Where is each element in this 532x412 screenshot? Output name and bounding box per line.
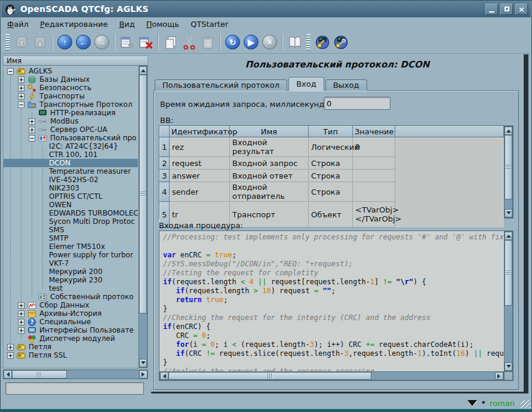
tree-item-архивы-история[interactable]: +Архивы-История xyxy=(4,309,138,318)
table-cell[interactable]: answer xyxy=(170,170,230,182)
table-cell[interactable]: Входной результат xyxy=(230,137,309,157)
scroll-up-arrow[interactable] xyxy=(505,127,512,135)
minimize-button[interactable] xyxy=(485,4,498,15)
toolbar-handle[interactable] xyxy=(306,34,310,51)
expand-expander-icon[interactable]: + xyxy=(18,85,24,91)
tree-item-транспортные-протокол[interactable]: −Транспортные Протокол xyxy=(4,100,138,109)
notification-triangle-icon[interactable] xyxy=(468,400,477,406)
manual-button[interactable] xyxy=(285,33,304,51)
expand-expander-icon[interactable]: + xyxy=(7,344,14,350)
scroll-thumb[interactable] xyxy=(168,372,371,380)
menu-помощь[interactable]: Помощь xyxy=(146,20,179,29)
tree-item-edwards-turbomolec[interactable]: EDWARDS TURBOMOLEC xyxy=(4,209,138,217)
scroll-right-arrow[interactable] xyxy=(495,372,503,380)
tree-item-i2c-at24c{32|64}[interactable]: I2C: AT24C{32|64} xyxy=(4,142,138,150)
table-cell[interactable]: Входной запрос xyxy=(230,157,309,170)
maximize-button[interactable] xyxy=(500,4,513,15)
copy-item-button[interactable] xyxy=(161,33,180,51)
expand-expander-icon[interactable]: + xyxy=(18,310,24,317)
start-updating-button[interactable]: ▶ xyxy=(242,33,260,51)
tree-item-vkt-7[interactable]: VKT-7 xyxy=(4,259,138,268)
editor-horizontal-scrollbar[interactable] xyxy=(159,371,504,380)
tree-item-специальные[interactable]: +?Специальные xyxy=(4,318,138,326)
code-area[interactable]: //Processing: test implements only proce… xyxy=(159,231,504,371)
scroll-right-arrow[interactable] xyxy=(139,370,147,379)
qtvision-starter-button[interactable] xyxy=(331,33,350,51)
table-cell[interactable]: Объект xyxy=(309,202,353,227)
tree-item-диспетчер-модулей[interactable]: Диспетчер модулей xyxy=(4,334,138,343)
scroll-thumb[interactable] xyxy=(505,240,512,306)
tree-item-меркурий-200[interactable]: Меркурий 200 xyxy=(4,268,138,276)
tree-item-петля[interactable]: +Петля xyxy=(4,343,138,351)
scroll-down-arrow[interactable] xyxy=(139,359,147,367)
refresh-button[interactable]: ↻ xyxy=(223,33,242,51)
row-number[interactable]: 1 xyxy=(160,137,170,157)
tree-item-петля-ssl[interactable]: +Петля SSL xyxy=(4,351,138,359)
expand-expander-icon[interactable]: + xyxy=(18,302,24,309)
tree-item-сбор-данных[interactable]: +Сбор Данных xyxy=(4,301,138,309)
expand-expander-icon[interactable]: + xyxy=(18,319,24,325)
tree-item-sycon-multi-drop-protoc[interactable]: Sycon Multi Drop Protoc xyxy=(4,217,138,226)
tree-item-ive-452hs-02[interactable]: IVE-452HS-02 xyxy=(4,176,138,184)
table-cell[interactable] xyxy=(353,157,395,170)
tree-item-optris-ct-ctl[interactable]: OPTRIS CT/CTL xyxy=(4,192,138,201)
go-up-button[interactable]: ↑ xyxy=(56,33,74,51)
tree-item-собственный-протоко[interactable]: Собственный протоко xyxy=(4,293,138,301)
table-cell[interactable] xyxy=(353,170,395,182)
expand-expander-icon[interactable]: + xyxy=(29,118,35,125)
paste-item-button[interactable] xyxy=(198,33,217,51)
table-cell[interactable]: Входной ответ xyxy=(230,170,309,182)
scroll-up-arrow[interactable] xyxy=(505,232,512,240)
scroll-left-arrow[interactable] xyxy=(160,372,168,380)
scroll-thumb[interactable] xyxy=(505,135,512,199)
tree-item-dcon[interactable]: DCON xyxy=(4,159,138,167)
scroll-thumb[interactable] xyxy=(139,75,147,313)
tab-выход[interactable]: Выход xyxy=(325,79,367,91)
tree-item-smtp[interactable]: SMTP xyxy=(4,234,138,242)
tree-item-aglks[interactable]: −AGLKS xyxy=(4,67,138,75)
navigation-tree[interactable]: −AGLKS+Базы Данных+Безопасность+Транспор… xyxy=(3,66,148,368)
tab-пользовательский-протокол[interactable]: Пользовательский протокол xyxy=(155,79,287,91)
editor-vertical-scrollbar[interactable] xyxy=(504,231,513,371)
table-cell[interactable]: rez xyxy=(170,137,230,157)
scroll-down-arrow[interactable] xyxy=(505,362,512,371)
scroll-left-arrow[interactable] xyxy=(4,370,12,379)
tree-horizontal-scrollbar[interactable] xyxy=(3,370,148,379)
toolbar-handle[interactable] xyxy=(5,34,10,51)
tree-item-modbus[interactable]: +ModBus xyxy=(4,117,138,125)
menu-редактирование[interactable]: Редактирование xyxy=(40,20,107,29)
scroll-track[interactable] xyxy=(505,199,512,209)
qtcfg-starter-button[interactable] xyxy=(313,33,331,51)
collapse-expander-icon[interactable]: − xyxy=(18,102,24,108)
table-cell[interactable]: Строка xyxy=(309,182,353,202)
row-number[interactable]: 2 xyxy=(160,157,170,170)
expand-expander-icon[interactable]: + xyxy=(7,352,14,359)
scroll-track[interactable] xyxy=(505,306,512,362)
tab-вход[interactable]: Вход xyxy=(288,77,324,91)
menu-qtstarter[interactable]: QTStarter xyxy=(190,20,228,29)
table-cell[interactable]: request xyxy=(170,157,230,170)
collapse-expander-icon[interactable]: − xyxy=(7,68,14,75)
scroll-track[interactable] xyxy=(67,370,139,379)
table-vertical-scrollbar[interactable] xyxy=(504,126,513,218)
procedure-code-editor[interactable]: //Processing: test implements only proce… xyxy=(159,230,513,381)
go-back-button[interactable]: ← xyxy=(74,33,93,51)
table-cell[interactable]: <TVarObj> </TVarObj> xyxy=(353,202,395,227)
table-header-тип[interactable]: Тип xyxy=(309,127,353,137)
close-button[interactable]: × xyxy=(515,4,528,15)
titlebar[interactable]: OpenSCADA QTCfg: AGLKS × xyxy=(1,1,531,17)
wait-time-input[interactable] xyxy=(324,97,390,110)
tree-item-owen[interactable]: OWEN xyxy=(4,201,138,209)
table-cell[interactable]: sender xyxy=(170,182,230,202)
add-item-button[interactable] xyxy=(118,33,136,51)
table-cell[interactable]: Строка xyxy=(309,157,353,170)
scroll-track[interactable] xyxy=(371,372,495,380)
menu-файл[interactable]: Файл xyxy=(7,20,29,29)
tree-item-меркурий-230[interactable]: Меркурий 230 xyxy=(4,276,138,284)
stop-updating-button[interactable]: × xyxy=(260,33,279,51)
table-header-имя[interactable]: Имя xyxy=(230,127,309,137)
tree-item-интерфейсы-пользовате[interactable]: +Интерфейсы Пользовате xyxy=(4,326,138,334)
table-header-значение[interactable]: Значение xyxy=(353,127,395,137)
scroll-track[interactable] xyxy=(139,313,147,359)
save-to-db-button[interactable] xyxy=(30,33,49,51)
